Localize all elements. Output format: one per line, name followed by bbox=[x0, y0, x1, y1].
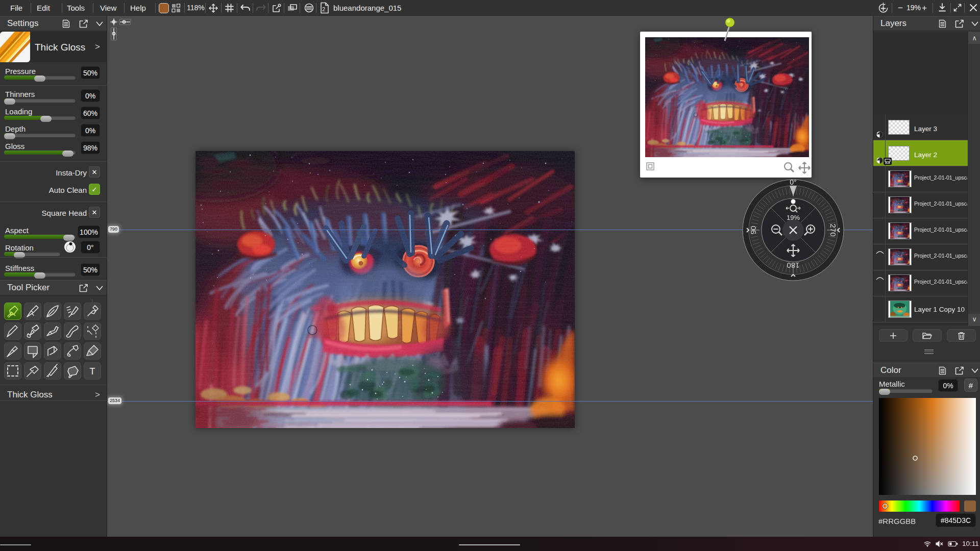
svg-text:90: 90 bbox=[749, 226, 757, 235]
svg-text:2: 2 bbox=[322, 6, 325, 12]
svg-text:0°: 0° bbox=[790, 179, 796, 186]
svg-text:19%: 19% bbox=[787, 214, 800, 221]
svg-text:180: 180 bbox=[787, 261, 799, 270]
svg-text:270: 270 bbox=[829, 223, 838, 236]
svg-text:T: T bbox=[90, 366, 95, 377]
